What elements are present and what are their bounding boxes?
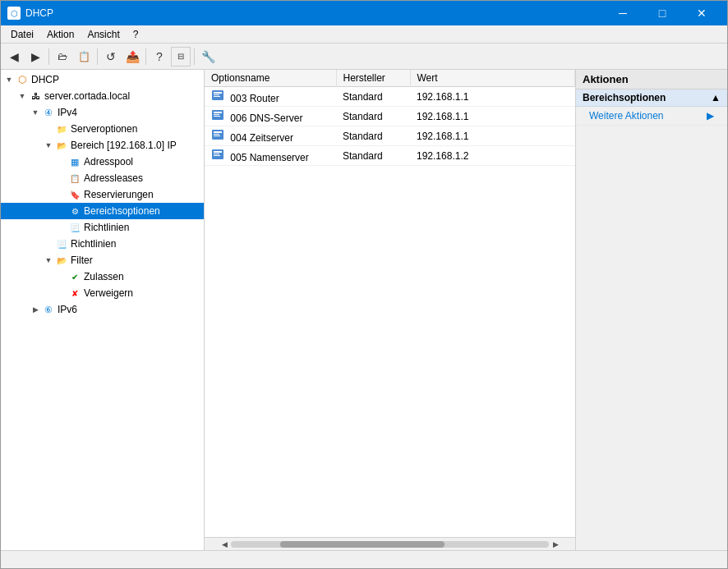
horizontal-scrollbar[interactable]: ◀ ▶ xyxy=(205,537,575,550)
tree-label-richtlinien-ipv4: Richtlinien xyxy=(71,238,116,250)
maximize-button[interactable]: □ xyxy=(643,1,681,25)
toggle-adresspool-spacer xyxy=(55,155,68,168)
tree-item-adressleases[interactable]: 📋 Adressleases xyxy=(1,170,204,186)
table-row[interactable]: 006 DNS-Server Standard 192.168.1.1 xyxy=(205,107,575,126)
tree-label-verweigern: Verweigern xyxy=(84,287,133,299)
cell-hersteller-1: Standard xyxy=(336,107,410,126)
up-button[interactable]: 🗁 xyxy=(53,47,72,67)
toggle-richtlinien-i-spacer xyxy=(42,237,55,250)
svg-rect-7 xyxy=(214,116,220,117)
tree-item-server[interactable]: ▼ 🖧 server.cortada.local xyxy=(1,88,204,104)
row-icon-2 xyxy=(211,128,224,141)
dhcp-icon xyxy=(16,73,29,86)
tree-label-reservierungen: Reservierungen xyxy=(84,189,154,200)
tree-label-ipv6: IPv6 xyxy=(58,304,77,315)
col-hersteller[interactable]: Hersteller xyxy=(336,70,410,87)
toggle-dhcp[interactable]: ▼ xyxy=(2,73,16,86)
tree-item-bereichsoptionen[interactable]: ⚙ Bereichsoptionen xyxy=(1,203,204,219)
forward-button[interactable]: ▶ xyxy=(25,47,45,67)
reservierungen-icon: 🔖 xyxy=(68,188,81,201)
ipv6-icon xyxy=(42,303,55,316)
col-optionsname[interactable]: Optionsname xyxy=(205,70,336,87)
svg-rect-1 xyxy=(214,92,222,94)
actions-section-bereichsoptionen[interactable]: Bereichsoptionen ▲ xyxy=(576,89,727,107)
svg-rect-10 xyxy=(214,134,219,135)
toolbar-sep-3 xyxy=(145,48,146,65)
toggle-serveroptionen-spacer xyxy=(42,122,55,135)
row-name-2: 004 Zeitserver xyxy=(230,132,293,144)
row-name-3: 005 Namenserver xyxy=(230,152,308,163)
app-icon: ⬡ xyxy=(7,7,21,20)
tree-label-serveroptionen: Serveroptionen xyxy=(71,123,137,135)
toggle-adressleases-spacer xyxy=(55,172,68,185)
toggle-filter[interactable]: ▼ xyxy=(42,254,55,267)
svg-rect-11 xyxy=(214,135,220,136)
cell-name-3: 005 Namenserver xyxy=(205,146,336,166)
toggle-verweigern-spacer xyxy=(55,287,68,300)
close-button[interactable]: ✕ xyxy=(683,1,721,25)
svg-rect-14 xyxy=(214,154,219,154)
menu-datei[interactable]: Datei xyxy=(4,27,40,42)
ipv4-icon xyxy=(42,106,55,119)
col-wert[interactable]: Wert xyxy=(410,70,575,87)
row-name-0: 003 Router xyxy=(230,93,279,104)
actions-section-label: Bereichsoptionen xyxy=(583,92,666,103)
toggle-ipv4[interactable]: ▼ xyxy=(29,106,42,119)
menu-bar: Datei Aktion Ansicht ? xyxy=(1,25,727,44)
server-icon: 🖧 xyxy=(29,89,42,103)
tree-item-richtlinien-bereich[interactable]: 📃 Richtlinien xyxy=(1,219,204,236)
toggle-zulassen-spacer xyxy=(55,270,68,283)
status-bar xyxy=(1,550,727,568)
help2-button[interactable]: ⊟ xyxy=(171,47,191,67)
tree-item-ipv6[interactable]: ▶ IPv6 xyxy=(1,301,204,318)
tree-label-bereich: Bereich [192.168.1.0] IP xyxy=(71,140,177,151)
minimize-button[interactable]: ─ xyxy=(604,1,642,25)
table-header-row: Optionsname Hersteller Wert xyxy=(205,70,575,87)
settings-button[interactable]: 🔧 xyxy=(198,47,218,67)
tree-item-ipv4[interactable]: ▼ IPv4 xyxy=(1,104,204,121)
richtlinien-ipv4-icon: 📃 xyxy=(55,237,68,250)
richtlinien-bereich-icon: 📃 xyxy=(68,221,81,234)
tree-label-richtlinien-bereich: Richtlinien xyxy=(84,222,129,233)
toggle-richtlinien-b-spacer xyxy=(55,221,68,234)
scrollbar-track[interactable] xyxy=(231,541,549,548)
scrollbar-thumb[interactable] xyxy=(280,541,445,548)
tree-item-verweigern[interactable]: ✘ Verweigern xyxy=(1,285,204,301)
menu-help[interactable]: ? xyxy=(127,27,145,42)
tree-item-zulassen[interactable]: ✔ Zulassen xyxy=(1,268,204,285)
tree-item-adresspool[interactable]: Adresspool xyxy=(1,154,204,170)
table-row[interactable]: 004 Zeitserver Standard 192.168.1.1 xyxy=(205,126,575,146)
table-row[interactable]: 005 Namenserver Standard 192.168.1.2 xyxy=(205,146,575,166)
toggle-ipv6[interactable]: ▶ xyxy=(29,303,42,316)
show-scope-button[interactable]: 📋 xyxy=(74,47,94,67)
tree-item-bereich[interactable]: ▼ 📂 Bereich [192.168.1.0] IP xyxy=(1,137,204,154)
toggle-server[interactable]: ▼ xyxy=(16,89,29,103)
bereichsoptionen-icon: ⚙ xyxy=(68,204,81,218)
export-list-button[interactable]: 📤 xyxy=(122,47,142,67)
refresh-button[interactable]: ↺ xyxy=(101,47,121,67)
cell-wert-1: 192.168.1.1 xyxy=(410,107,575,126)
scroll-left-button[interactable]: ◀ xyxy=(218,538,231,551)
back-button[interactable]: ◀ xyxy=(4,47,24,67)
scroll-right-button[interactable]: ▶ xyxy=(549,538,562,551)
tree-item-reservierungen[interactable]: 🔖 Reservierungen xyxy=(1,186,204,203)
tree-item-dhcp[interactable]: ▼ DHCP xyxy=(1,71,204,88)
tree-item-serveroptionen[interactable]: 📁 Serveroptionen xyxy=(1,121,204,137)
actions-item-weitere[interactable]: Weitere Aktionen ▶ xyxy=(576,107,727,126)
tree-item-filter[interactable]: ▼ 📂 Filter xyxy=(1,252,204,268)
svg-rect-9 xyxy=(214,131,222,133)
zulassen-icon: ✔ xyxy=(68,270,81,283)
help-button[interactable]: ? xyxy=(150,47,169,67)
tree-label-adressleases: Adressleases xyxy=(84,172,143,184)
menu-aktion[interactable]: Aktion xyxy=(40,27,81,42)
tree-item-richtlinien-ipv4[interactable]: 📃 Richtlinien xyxy=(1,236,204,252)
menu-ansicht[interactable]: Ansicht xyxy=(81,27,126,42)
tree-pane[interactable]: ▼ DHCP ▼ 🖧 server.cortada.local ▼ IPv4 xyxy=(1,70,205,550)
toggle-bereich[interactable]: ▼ xyxy=(42,139,55,152)
cell-wert-2: 192.168.1.1 xyxy=(410,126,575,146)
tree-label-dhcp: DHCP xyxy=(31,74,59,85)
detail-scroll-area[interactable]: Optionsname Hersteller Wert 003 Router xyxy=(205,70,575,537)
table-row[interactable]: 003 Router Standard 192.168.1.1 xyxy=(205,87,575,107)
title-bar: ⬡ DHCP ─ □ ✕ xyxy=(1,1,727,25)
bereich-icon: 📂 xyxy=(55,139,68,152)
